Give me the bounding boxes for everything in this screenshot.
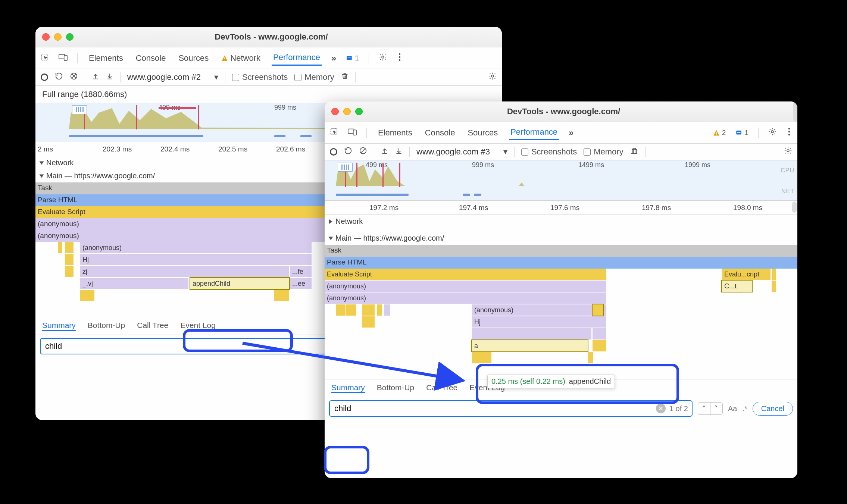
flame-chip[interactable] <box>472 352 491 363</box>
tab-console[interactable]: Console <box>424 126 457 140</box>
flame-chip[interactable] <box>593 328 606 339</box>
inspect-icon[interactable] <box>330 128 338 138</box>
tab-console[interactable]: Console <box>134 51 168 65</box>
issues-badge[interactable]: 1 <box>346 54 359 62</box>
match-case-toggle[interactable]: Aa <box>728 404 737 413</box>
flame-hj[interactable]: Hj <box>472 316 606 328</box>
traffic-lights[interactable] <box>331 108 363 115</box>
minimize-window-icon[interactable] <box>54 33 62 41</box>
search-input[interactable] <box>334 403 656 414</box>
recording-dropdown[interactable]: www.google.com #3 ▾ <box>416 147 507 157</box>
gear-icon[interactable] <box>768 128 776 138</box>
maximize-window-icon[interactable] <box>66 33 74 41</box>
flame-chip[interactable] <box>65 242 74 253</box>
recording-dropdown[interactable]: www.google.com #2 ▾ <box>127 72 218 82</box>
timeline-overview[interactable]: CPU NET 499 ms 999 ms 1499 ms 1999 ms <box>325 160 797 201</box>
ruler[interactable]: 197.2 ms 197.4 ms 197.6 ms 197.8 ms 198.… <box>325 201 797 215</box>
tab-elements[interactable]: Elements <box>376 126 414 140</box>
download-icon[interactable] <box>395 147 403 157</box>
flame-chip[interactable] <box>65 254 74 265</box>
close-window-icon[interactable] <box>331 108 339 115</box>
flame-vj[interactable]: _.vj <box>80 278 188 289</box>
checkbox-screenshots[interactable]: Screenshots <box>232 72 288 82</box>
flame-chip[interactable] <box>346 304 356 316</box>
flame-chip[interactable] <box>593 340 606 351</box>
flame-a[interactable]: a <box>472 340 588 351</box>
flame-task[interactable]: Task <box>325 245 797 257</box>
download-icon[interactable] <box>106 72 113 82</box>
inspect-icon[interactable] <box>41 53 49 63</box>
gear-icon[interactable] <box>379 53 387 63</box>
trash-icon[interactable] <box>341 72 349 82</box>
flame-chip[interactable] <box>80 290 94 301</box>
flame-evalscript[interactable]: Evaluate Script <box>325 269 606 280</box>
checkbox-memory[interactable]: Memory <box>294 72 334 82</box>
tab-performance[interactable]: Performance <box>272 50 322 66</box>
issues-badge[interactable]: 1 <box>735 129 748 137</box>
tab-sources[interactable]: Sources <box>177 51 210 65</box>
flame-chip[interactable] <box>362 304 375 316</box>
collect-garbage-icon[interactable] <box>630 147 638 157</box>
upload-icon[interactable] <box>381 147 388 157</box>
subtab-bottomup[interactable]: Bottom-Up <box>88 321 125 331</box>
track-main[interactable]: Main — https://www.google.com/ <box>325 232 797 245</box>
flame-anonymous[interactable]: (anonymous) <box>325 281 606 292</box>
flame-chip[interactable] <box>593 304 603 316</box>
cancel-button[interactable]: Cancel <box>753 402 793 416</box>
warnings-badge[interactable]: 2 <box>713 129 726 137</box>
clear-icon[interactable] <box>70 72 78 82</box>
flame-chip[interactable] <box>274 290 289 301</box>
record-icon[interactable] <box>330 148 337 156</box>
search-input-container[interactable]: ✕ 1 of 2 <box>329 400 693 417</box>
subtab-summary[interactable]: Summary <box>42 321 76 331</box>
flame-hj[interactable]: Hj <box>80 254 312 265</box>
subtab-bottomup[interactable]: Bottom-Up <box>377 383 414 393</box>
flame-chip[interactable] <box>58 242 62 253</box>
flame-chip[interactable] <box>772 281 776 292</box>
minimize-window-icon[interactable] <box>343 108 351 115</box>
clear-icon[interactable] <box>359 147 367 157</box>
next-result-icon[interactable]: ˅ <box>710 402 723 415</box>
kebab-menu-icon[interactable] <box>397 53 403 63</box>
tab-sources[interactable]: Sources <box>466 126 499 140</box>
tab-elements[interactable]: Elements <box>87 51 125 65</box>
maximize-window-icon[interactable] <box>355 108 363 115</box>
flame-anonymous[interactable]: (anonymous) <box>80 242 312 253</box>
overflow-tabs-icon[interactable]: » <box>569 128 573 138</box>
flame-fe[interactable]: ...fe <box>290 266 312 277</box>
flame-zj[interactable]: zj <box>80 266 289 277</box>
subtab-calltree[interactable]: Call Tree <box>137 321 168 331</box>
regex-toggle[interactable]: .* <box>742 404 747 413</box>
flame-chip[interactable] <box>336 304 346 316</box>
flame-chip[interactable] <box>588 352 593 363</box>
track-network[interactable]: Network <box>325 215 797 228</box>
flame-appendchild[interactable]: appendChild <box>190 278 289 289</box>
record-icon[interactable] <box>41 73 48 81</box>
reload-icon[interactable] <box>344 147 352 157</box>
device-toolbar-icon[interactable] <box>348 128 357 138</box>
flame-chip[interactable] <box>362 316 375 328</box>
overflow-tabs-icon[interactable]: » <box>331 53 336 63</box>
traffic-lights[interactable] <box>42 33 74 41</box>
flame-ee[interactable]: ...ee <box>290 278 312 289</box>
flame-evalscript[interactable]: Evalu...cript <box>722 269 771 280</box>
subtab-calltree[interactable]: Call Tree <box>426 383 457 393</box>
gear-icon[interactable] <box>784 147 792 157</box>
kebab-menu-icon[interactable] <box>786 128 792 138</box>
flame-chip[interactable] <box>472 328 591 339</box>
clear-search-icon[interactable]: ✕ <box>656 404 666 413</box>
flame-chip[interactable] <box>377 304 382 316</box>
flame-anonymous[interactable]: (anonymous) <box>325 292 606 304</box>
flame-parsehtml[interactable]: Parse HTML <box>325 257 797 269</box>
reload-icon[interactable] <box>55 72 63 82</box>
flame-chip[interactable] <box>65 266 74 277</box>
checkbox-memory[interactable]: Memory <box>584 147 623 157</box>
prev-result-icon[interactable]: ˄ <box>698 402 710 415</box>
subtab-summary[interactable]: Summary <box>331 383 365 393</box>
flame-anonymous[interactable]: (anonymous) <box>472 304 606 316</box>
subtab-eventlog[interactable]: Event Log <box>180 321 216 331</box>
upload-icon[interactable] <box>92 72 99 82</box>
device-toolbar-icon[interactable] <box>59 53 68 63</box>
flame-ct[interactable]: C...t <box>722 281 752 292</box>
gear-icon[interactable] <box>488 72 497 82</box>
